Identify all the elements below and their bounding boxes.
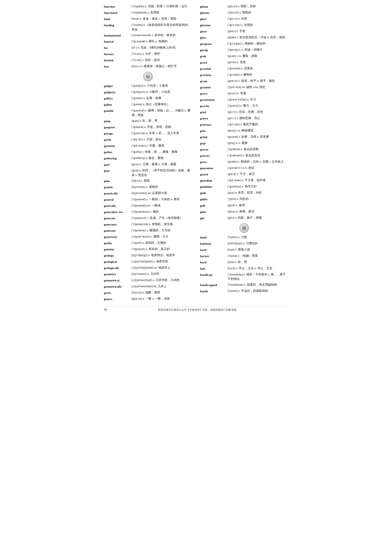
list-item: functional[ˈfʌŋkʃənəl] a. 实用的 [104, 10, 192, 15]
list-item: grievous[ˈɡriːvəs] a. 极其严重的 [200, 122, 288, 127]
entry-word: grind [200, 134, 226, 139]
entry-definition: [ˈhændi] a. 手边的；容易取得的 [228, 289, 288, 294]
entry-word: gum [200, 209, 226, 214]
entry-definition: [ˈɡreɪʃəs] a. 谦和的 [228, 72, 288, 77]
entry-word: gadgetry [104, 90, 130, 95]
entry-word: grin [200, 128, 226, 133]
list-item: generalize/-ise[ˈdʒenərəlaɪz] v. 概括 [104, 209, 192, 215]
entry-word: grant [200, 78, 226, 84]
entry-definition: [ˈɡærɑːdʒ] n. 车库 v. 把……送入车库 [132, 131, 192, 136]
list-item: function[ˈfʌŋkʃən] n. 功能；职责 v. 行使职责；运行 [104, 4, 192, 9]
entry-definition: [ɡrɑːnt] v. 批准，给予 n. 授予，拨款 [228, 78, 288, 84]
list-item: gallery[ˈɡæləri] n. 走廊；画廊 [104, 96, 192, 101]
entry-word: generalize/-ise [104, 209, 130, 215]
entry-definition: [dʒəˈnetɪk] a. 基因的 [132, 185, 192, 190]
list-item: handicapped[ˈhændɪkæpt] a. 残废的，有生理缺陷的 [200, 282, 288, 287]
list-item: geometry[dʒɪˈɒmɪtri] n. 几何学 [104, 272, 192, 277]
list-item: fund[fʌnd] n. 资金；基金 v. 投资；资助 [104, 16, 192, 22]
list-item: gorgeous[ˈɡɔːdʒəs] a. 绚丽的；极好的 [200, 41, 288, 46]
list-item: grab[ɡræb] v./n. 攫取，抓取 [200, 54, 288, 59]
list-item: glove[ɡlʌv] n. 手套 [200, 29, 288, 34]
entry-definition: [ˈɡɔːdʒəs] a. 绚丽的；极好的 [228, 41, 288, 46]
list-item: guard[ɡɑːd] n. 守卫，保卫 [200, 172, 288, 177]
entry-word: functional [104, 10, 130, 15]
list-item: halt[hɔːlt] v. 停止；立定 n. 停止；立定 [200, 266, 288, 271]
entry-definition: [ˌdʒenəˈrɒsɪti] n. 慷慨，大方 [132, 234, 192, 239]
entry-definition: [ˌdʒɪəˈmetrɪkəli] ad. 几何上 [132, 284, 192, 289]
page-number: 14 [104, 308, 107, 311]
entry-word: guard [200, 172, 226, 177]
list-item: gadget[ˈɡædʒɪt] n. 小玩意；小器具 [104, 83, 192, 88]
list-item: grocery[ˈɡrəʊsəri] n. 食品杂货店 [200, 153, 288, 158]
entry-word: gadget [104, 83, 130, 88]
list-item: guilty[ˈɡɪlti] a. 内疚的 [200, 197, 288, 202]
entry-definition: [ɡriːv] v. 感到悲痛，伤心 [228, 116, 288, 121]
entry-word: grave [200, 91, 226, 96]
entry-word: fund [104, 16, 130, 22]
entry-definition: [fʌs] n./v. 瞎紧张；瞎操心；瞎忙乎 [132, 64, 192, 69]
list-item: gloomy[ˈɡluːmi] a. 昏暗的 [200, 10, 288, 15]
main-content: function[ˈfʌŋkʃən] n. 功能；职责 v. 行使职责；运行fu… [104, 4, 288, 303]
list-item: gulf[ɡʌlf] n. 海湾 [200, 203, 288, 208]
entry-definition: [fɜː] n. 毛皮；(哺乳动物身上的)毛 [132, 45, 192, 50]
entry-definition: [dʒɪˈɒmɪtri] n. 几何学 [132, 272, 192, 277]
list-item: furnace[ˈfɜːnɪs] n. 火炉，熔炉 [104, 52, 192, 56]
right-column: gloom[ɡluːm] n. 阴郁，忧郁gloomy[ˈɡluːmi] a. … [200, 4, 288, 303]
entry-definition: [ˈɡrævɪti] n. 重力，引力 [228, 103, 288, 108]
list-item: hack¹[hæk] v. 黑客入侵 [200, 247, 288, 252]
entry-word: geometrically [104, 284, 130, 289]
list-item: gum[ɡʌm] n. 树脂，胶水 [200, 209, 288, 214]
entry-definition: [ˈɡædʒɪt] n. 小玩意；小器具 [132, 83, 192, 88]
entry-definition: [ˈɡlɔːriəs] a. 光荣的 [228, 23, 288, 28]
entry-definition: [ɡluːm] n. 阴郁，忧郁 [228, 4, 288, 9]
entry-word: gang [104, 118, 130, 124]
entry-word: gaze [104, 162, 130, 167]
list-item: generate[ˈdʒenəreɪt] v. 造成，产生（电等能量） [104, 216, 192, 221]
entry-word: glorious [200, 23, 226, 28]
list-item: geometrically[ˌdʒɪəˈmetrɪkəli] ad. 几何上 [104, 284, 192, 289]
entry-definition: [ɡʌm] n. 树脂，胶水 [228, 209, 288, 214]
entry-word: genetic [104, 185, 130, 190]
list-item: funeral[ˈfjuːnərəl] n. 葬礼 a. 丧葬的 [104, 39, 192, 44]
list-item: gather[ˈɡæðə] v. 收集；使……聚集；聚集 [104, 149, 192, 154]
entry-definition: [ɡraɪnd] v. 折磨，压榨 n. 苦差事 [228, 134, 288, 139]
entry-word: guarantee [200, 166, 226, 170]
entry-definition: [ɡɪə] n. 排挡；（用于特定活动的）设备，服装 v. 使适合 [132, 168, 192, 177]
list-item: handicap[ˈhændɪkæp] n. 残疾；不利条件 v. 将……置于不… [200, 272, 288, 281]
entry-word: grip [200, 141, 226, 146]
list-item: furnish[ˈfɜːnɪʃ] v. 供应；提供 [104, 58, 192, 63]
entry-word: grief [200, 110, 226, 115]
entry-definition: [ˈɡæləri] n. 走廊；画廊 [132, 96, 192, 101]
entry-definition: [ˈdʒenərəl] a. 一般的；大体的 n. 将军 [132, 197, 192, 202]
list-item: gang[ɡæŋ] n. 队，群，帮 [104, 118, 192, 124]
entry-definition: [dʒiːn] n. 基因 [132, 178, 192, 183]
entry-word: guardian [200, 178, 226, 183]
list-item: glorious[ˈɡlɔːriəs] a. 光荣的 [200, 23, 288, 28]
list-item: fuss[fʌs] n./v. 瞎紧张；瞎操心；瞎忙乎 [104, 64, 192, 69]
entry-definition: [ɡrɪn] v./n. 咧着嘴笑 [228, 128, 288, 133]
entry-definition: [ɡræb] v./n. 攫取，抓取 [228, 54, 288, 59]
entry-word: furnace [104, 52, 130, 56]
entry-word: garment [104, 143, 130, 148]
entry-definition: [ɡæŋ] n. 队，群，帮 [132, 118, 192, 124]
entry-definition: [hɔːlt] v. 停止；立定 n. 停止；立定 [228, 266, 288, 271]
entry-word: generate [104, 216, 130, 221]
entry-definition: [ˈɡlɔːri] n. 光荣 [228, 16, 288, 22]
entry-definition: [ɡrəʊs] a. 粗俗的；总的 n. 总额 v. 总共收入 [228, 159, 288, 164]
entry-definition: [ˈɡæmbəl] v. 赌博；冒险；以……为赌注 n. 赌博；冒险 [132, 108, 192, 117]
entry-word: guilty [200, 197, 226, 202]
page-footer: 14 配套音频关注微信公众号【光速考研】回复：四级高频词汇音频 获取 [104, 306, 288, 312]
entry-word: guilt [200, 190, 226, 195]
entry-word: grab [200, 54, 226, 59]
entry-definition: [ˈdʒenjuɪn] a. 真实的，真正的 [132, 247, 192, 252]
entry-word: grieve [200, 116, 226, 121]
entry-word: gross [200, 159, 226, 164]
entry-word: gossip [200, 47, 226, 53]
entry-definition: [ɡɑːd] n. 守卫，保卫 [228, 172, 288, 177]
list-item: generous[ˈdʒenərəs] a. 慷慨的，大方的 [104, 228, 192, 233]
entry-definition: [ˈɡɒsɪp] n./v. 闲谈；碎嘴子 [228, 47, 288, 53]
list-item: gut[ɡʌt] n. 内脏，肠子；胆量 [200, 216, 288, 220]
list-item: guideline[ˈɡaɪdlaɪn] n. 指导方针 [200, 184, 288, 189]
entry-definition: [ɡʌt] n. 内脏，肠子；胆量 [228, 216, 288, 220]
entry-definition: [ˈdʒenəreɪtə] n. 发电机，发生器 [132, 222, 192, 227]
